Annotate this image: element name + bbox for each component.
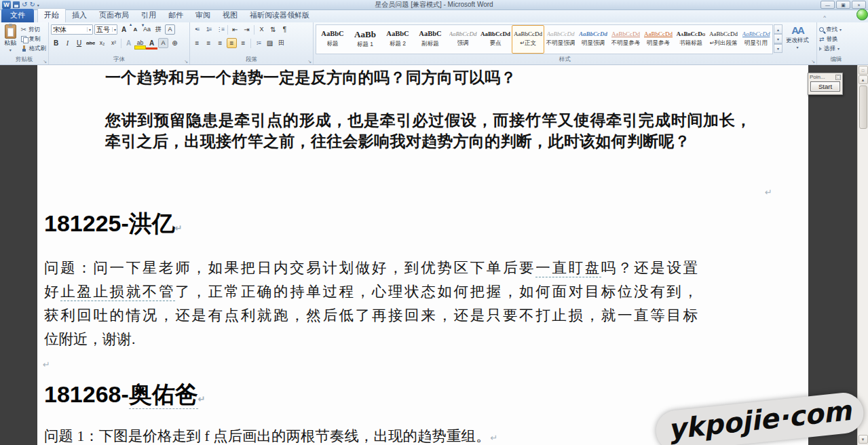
tab-references[interactable]: 引用 bbox=[135, 9, 162, 22]
qat-dropdown-icon[interactable]: ▾ bbox=[37, 3, 39, 7]
gallery-scroll-up-icon[interactable]: ▴ bbox=[774, 24, 782, 34]
style-item-subtitle[interactable]: AaBbC 副标题 bbox=[414, 25, 447, 54]
paste-dropdown-icon[interactable]: ▾ bbox=[10, 47, 12, 52]
align-right-button[interactable]: ≡ bbox=[215, 38, 225, 48]
tab-page-layout[interactable]: 页面布局 bbox=[93, 9, 135, 22]
underline-button[interactable]: U bbox=[74, 38, 84, 48]
font-name-combo[interactable]: 宋体 ▾ bbox=[51, 24, 93, 35]
change-styles-button[interactable]: AA 更改样式 ▾ bbox=[782, 24, 812, 54]
shading-button[interactable]: ▨ bbox=[265, 38, 275, 48]
styles-dialog-launcher[interactable]: ↘ bbox=[811, 59, 815, 64]
text-effects-button[interactable]: A bbox=[124, 38, 134, 48]
style-item-normal[interactable]: AaBbCcDd ↵正文 bbox=[512, 25, 544, 54]
cut-button[interactable]: ✂ 剪切 bbox=[21, 25, 47, 34]
widget-start-button[interactable]: Start bbox=[810, 81, 840, 92]
borders-button[interactable]: 田 bbox=[276, 38, 286, 48]
find-button[interactable]: 查找 ▾ bbox=[819, 25, 853, 34]
style-item-heading1[interactable]: AaBb 标题 1 bbox=[349, 25, 381, 54]
distribute-button[interactable]: ≡ bbox=[238, 38, 248, 48]
font-size-combo[interactable]: 五号 ▾ bbox=[94, 24, 117, 35]
word-logo-icon[interactable]: W bbox=[2, 1, 11, 9]
doc-heading-181268[interactable]: 181268-奥佑爸↵ bbox=[44, 380, 206, 414]
style-item-subtle-emphasis[interactable]: AaBbCcDd 不明显强调 bbox=[544, 25, 577, 54]
tab-file[interactable]: 文件 bbox=[1, 9, 34, 22]
gallery-more-icon[interactable]: ▾ bbox=[774, 43, 782, 53]
font-color-button[interactable]: A bbox=[147, 38, 157, 48]
paste-button[interactable]: 粘贴 ▾ bbox=[2, 24, 19, 53]
tab-home[interactable]: 开始 bbox=[37, 8, 66, 22]
repeat-icon[interactable]: ↻ bbox=[29, 1, 35, 8]
enclose-characters-button[interactable]: ⊕ bbox=[170, 38, 180, 48]
italic-button[interactable]: I bbox=[62, 38, 73, 48]
replace-button[interactable]: ⇄ 替换 bbox=[819, 35, 853, 43]
increase-indent-button[interactable]: ⇥ bbox=[242, 24, 252, 35]
style-item-book-title[interactable]: AaBbCcDo 书籍标题 bbox=[675, 25, 707, 54]
scrollbar-ruler-toggle-icon[interactable]: □ bbox=[858, 66, 868, 75]
numbering-button[interactable]: 1≡ bbox=[204, 24, 214, 35]
style-item-intense-emphasis[interactable]: AaBbCcDd 明显强调 bbox=[577, 25, 609, 54]
align-center-button[interactable]: ≡ bbox=[204, 38, 214, 48]
show-hide-marks-button[interactable]: ¶ bbox=[280, 24, 290, 35]
doc-line-q1-3[interactable]: 获利回吐的情况，还是有点利就跑，然后低了再接回来，还是只要不打止损，就一直等目标 bbox=[44, 305, 698, 326]
change-styles-dropdown-icon[interactable]: ▾ bbox=[796, 45, 798, 50]
doc-line-q1-2[interactable]: 好止盈止损就不管了，正常正确的持单过程，心理状态如何把握，如何面对目标位没有到， bbox=[44, 282, 698, 302]
justify-button[interactable]: ≡ bbox=[227, 38, 237, 48]
multilevel-list-button[interactable]: ⋮≡ bbox=[215, 24, 225, 35]
font-dialog-launcher[interactable]: ↘ bbox=[184, 59, 188, 64]
pinyin-guide-button[interactable]: 拼 bbox=[153, 24, 164, 35]
undo-icon[interactable]: ↺ bbox=[22, 1, 27, 8]
format-painter-button[interactable]: 格式刷 bbox=[21, 44, 47, 53]
doc-line-q1-4[interactable]: 位附近，谢谢. bbox=[44, 329, 135, 349]
tab-review[interactable]: 审阅 bbox=[189, 9, 216, 22]
font-size-dropdown-icon[interactable]: ▾ bbox=[112, 27, 116, 32]
style-item-strong[interactable]: AaBbCcDd 要点 bbox=[479, 25, 512, 54]
asian-layout-button[interactable]: X bbox=[257, 24, 267, 35]
strikethrough-button[interactable]: abc bbox=[86, 38, 96, 48]
grow-font-button[interactable]: A bbox=[119, 24, 129, 35]
clipboard-dialog-launcher[interactable]: ↘ bbox=[43, 59, 47, 64]
style-item-title[interactable]: AaBbC 标题 bbox=[316, 25, 349, 54]
copy-button[interactable]: 复制 bbox=[21, 35, 47, 43]
paragraph-dialog-launcher[interactable]: ↘ bbox=[307, 59, 312, 64]
vertical-scrollbar[interactable]: □ ▲ ▼ bbox=[857, 65, 868, 445]
document-page[interactable]: 一个趋势和另一个趋势一定是反方向的吗？同方向可以吗？ 您讲到预留隐患是牵引点的形… bbox=[37, 65, 808, 445]
scrollbar-down-icon[interactable]: ▼ bbox=[858, 435, 868, 444]
doc-line-prev-para-2[interactable]: 牵引之后，出现接竹竿之前，往往会影响我对趋势方向的判断，此时该如何判断呢？ bbox=[105, 131, 690, 151]
superscript-button[interactable]: x² bbox=[109, 38, 119, 48]
decrease-indent-button[interactable]: ⇤ bbox=[230, 24, 240, 35]
doc-line-q1-1[interactable]: 问题：问一下星老师，如果把日内交易计划做好，到优势区下单后要一直盯盘吗？还是设置 bbox=[44, 258, 698, 278]
character-border-button[interactable]: A bbox=[165, 24, 175, 35]
save-icon[interactable] bbox=[13, 1, 20, 8]
restore-button[interactable]: ▣ bbox=[836, 1, 850, 9]
doc-line-prev-question[interactable]: 一个趋势和另一个趋势一定是反方向的吗？同方向可以吗？ bbox=[105, 67, 516, 88]
floating-ball-overlay-icon[interactable] bbox=[856, 9, 868, 20]
bold-button[interactable]: B bbox=[51, 38, 61, 48]
bullets-button[interactable]: •≡ bbox=[192, 24, 202, 35]
doc-line-prev-para-1[interactable]: 您讲到预留隐患是牵引点的形成，也是牵引必过假设，而接竹竿又使得牵引完成时间加长， bbox=[105, 110, 751, 130]
shrink-font-button[interactable]: A bbox=[130, 24, 140, 35]
select-button[interactable]: 选择 ▾ bbox=[819, 44, 853, 53]
scrollbar-thumb[interactable] bbox=[859, 85, 867, 129]
widget-box-icon[interactable]: □ bbox=[835, 75, 841, 80]
font-name-dropdown-icon[interactable]: ▾ bbox=[87, 27, 91, 32]
collapse-ribbon-icon[interactable]: ^ bbox=[823, 14, 826, 20]
style-item-intense-reference[interactable]: AaBbCcDd 明显参考 bbox=[642, 25, 675, 54]
line-spacing-button[interactable]: ↕≡ bbox=[253, 38, 263, 48]
style-item-subtle-reference[interactable]: AaBbCcDd 不明显参考 bbox=[609, 25, 642, 54]
style-item-intense-quote[interactable]: AaBbCcDd 明显引用 bbox=[740, 25, 772, 54]
align-left-button[interactable]: ≡ bbox=[192, 38, 202, 48]
sort-button[interactable]: ⇅ bbox=[268, 24, 278, 35]
doc-line-q2[interactable]: 问题 1：下图是价格走到 f 点后画出的两根节奏线，出现的趋势重组。↵ bbox=[44, 426, 497, 445]
highlight-button[interactable]: ab bbox=[135, 38, 145, 48]
tab-view[interactable]: 视图 bbox=[216, 9, 244, 22]
minimize-button[interactable]: — bbox=[820, 1, 835, 9]
character-shading-button[interactable]: A bbox=[158, 38, 168, 48]
doc-heading-181225[interactable]: 181225-洪亿↵ bbox=[44, 209, 183, 243]
gallery-scroll-down-icon[interactable]: ▾ bbox=[774, 34, 782, 43]
style-item-heading2[interactable]: AaBbC 标题 2 bbox=[381, 25, 414, 54]
tab-insert[interactable]: 插入 bbox=[66, 9, 93, 22]
style-item-emphasis[interactable]: AaBbCcDd 强调 bbox=[447, 25, 479, 54]
tab-mailings[interactable]: 邮件 bbox=[162, 9, 189, 22]
find-dropdown-icon[interactable]: ▾ bbox=[839, 27, 842, 32]
subscript-button[interactable]: x₂ bbox=[97, 38, 107, 48]
